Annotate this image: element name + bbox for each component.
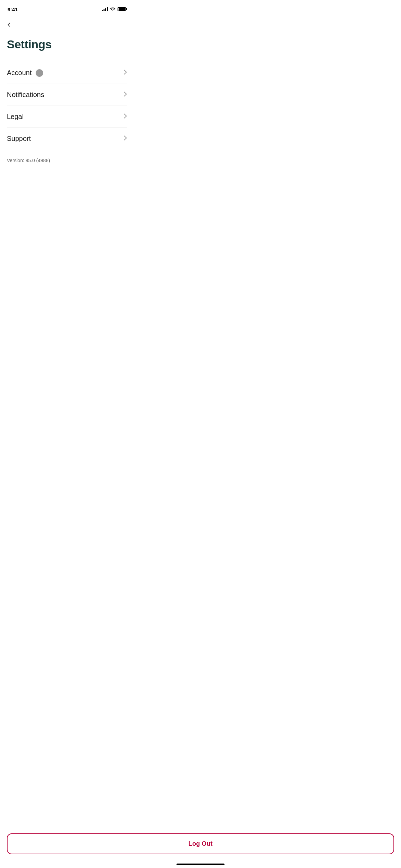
notifications-chevron-icon: [124, 91, 127, 98]
menu-item-notifications[interactable]: Notifications: [7, 84, 127, 106]
account-chevron-icon: [124, 69, 127, 76]
notification-dot-account: [36, 69, 43, 77]
status-bar: 9:41: [0, 0, 134, 16]
support-chevron-icon: [124, 135, 127, 142]
page-title: Settings: [7, 38, 127, 51]
support-label: Support: [7, 135, 31, 143]
back-button[interactable]: [0, 18, 134, 29]
menu-item-legal[interactable]: Legal: [7, 106, 127, 128]
signal-icon: [102, 7, 108, 11]
page-title-container: Settings: [0, 29, 134, 62]
status-time: 9:41: [8, 7, 18, 12]
menu-item-account[interactable]: Account: [7, 62, 127, 84]
wifi-icon: [110, 7, 116, 11]
legal-label: Legal: [7, 113, 24, 121]
notifications-label: Notifications: [7, 91, 44, 99]
version-text: Version: 95.0 (4988): [0, 149, 134, 163]
status-icons: [102, 7, 126, 11]
account-label: Account: [7, 69, 32, 77]
back-arrow-icon: [5, 21, 12, 28]
settings-menu-list: Account Notifications Legal: [0, 62, 134, 149]
legal-chevron-icon: [124, 113, 127, 120]
menu-item-support[interactable]: Support: [7, 128, 127, 149]
battery-icon: [118, 7, 126, 11]
